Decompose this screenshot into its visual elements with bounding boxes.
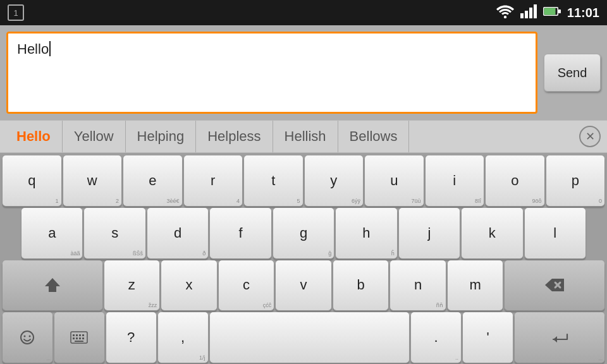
svg-rect-3 <box>529 8 532 18</box>
suggestion-helping[interactable]: Helping <box>126 121 197 152</box>
key-d[interactable]: dð <box>147 208 208 258</box>
key-row-1: q1 w2 e3èé€ r4 t5 y6ýÿ u7üù i8ïî o9öô p0 <box>3 155 604 206</box>
key-q[interactable]: q1 <box>3 155 61 206</box>
key-m[interactable]: m <box>448 260 503 311</box>
key-x[interactable]: x <box>161 260 217 311</box>
suggestions-bar: Hello Yellow Helping Helpless Hellish Be… <box>0 120 607 153</box>
emoji-key[interactable]: ... <box>3 312 52 363</box>
suggestion-delete-button[interactable]: ✕ <box>578 124 602 149</box>
text-cursor <box>49 41 51 56</box>
key-p[interactable]: p0 <box>546 155 605 206</box>
key-i[interactable]: i8ïî <box>426 155 484 206</box>
key-y[interactable]: y6ýÿ <box>305 155 364 206</box>
shift-icon <box>44 276 61 294</box>
svg-marker-9 <box>45 278 60 292</box>
space-key[interactable] <box>210 312 410 363</box>
key-g[interactable]: gĝ <box>273 208 334 258</box>
text-input-field[interactable]: Hello <box>6 32 537 114</box>
status-right: 11:01 <box>496 4 599 21</box>
battery-icon <box>543 6 561 20</box>
svg-rect-8 <box>558 9 561 13</box>
suggestion-hellish[interactable]: Hellish <box>273 121 338 152</box>
key-t[interactable]: t5 <box>244 155 303 206</box>
backspace-icon <box>544 278 565 292</box>
svg-rect-16 <box>73 334 75 336</box>
key-u[interactable]: u7üù <box>365 155 424 206</box>
send-button[interactable]: Send <box>544 54 601 92</box>
key-f[interactable]: f <box>210 208 271 258</box>
suggestion-yellow[interactable]: Yellow <box>63 121 126 152</box>
suggestion-helpless[interactable]: Helpless <box>196 121 273 152</box>
key-row-2: aàäã sßŠš dð f gĝ hĥ j k l <box>3 208 604 258</box>
svg-rect-20 <box>73 337 75 339</box>
emoji-icon <box>19 329 35 346</box>
key-n[interactable]: nñn̈ <box>390 260 446 311</box>
key-row-4: ... ? , 1/j . .. ' <box>3 312 604 363</box>
keyboard-icon <box>70 331 88 344</box>
key-row-3: zžzz x cçćĉ v b nñn̈ m <box>3 260 604 311</box>
svg-rect-1 <box>520 13 524 18</box>
input-area: Hello Send <box>0 25 607 120</box>
status-left: 1 <box>8 4 24 21</box>
svg-rect-4 <box>534 4 537 18</box>
key-b[interactable]: b <box>333 260 389 311</box>
enter-icon <box>549 331 570 344</box>
key-period[interactable]: . .. <box>411 312 461 363</box>
key-c[interactable]: cçćĉ <box>219 260 274 311</box>
svg-rect-23 <box>82 337 84 339</box>
keyboard-switch-key[interactable] <box>54 312 104 363</box>
key-w[interactable]: w2 <box>63 155 122 206</box>
svg-point-0 <box>504 16 506 18</box>
svg-point-14 <box>29 336 31 337</box>
enter-key[interactable]: ... <box>515 312 604 363</box>
wifi-icon <box>496 4 514 21</box>
svg-rect-22 <box>79 337 81 339</box>
key-comma[interactable]: , 1/j <box>158 312 208 363</box>
keyboard: q1 w2 e3èé€ r4 t5 y6ýÿ u7üù i8ïî o9öô p0… <box>0 153 607 364</box>
input-text: Hello <box>17 41 49 58</box>
notification-icon: 1 <box>8 4 24 21</box>
key-o[interactable]: o9öô <box>486 155 544 206</box>
key-v[interactable]: v <box>276 260 331 311</box>
key-j[interactable]: j <box>399 208 460 258</box>
signal-icon <box>520 4 537 21</box>
key-apostrophe[interactable]: ' <box>463 312 513 363</box>
key-k[interactable]: k <box>462 208 522 258</box>
svg-rect-17 <box>76 334 78 336</box>
backspace-key[interactable] <box>505 260 604 311</box>
svg-rect-24 <box>75 341 83 342</box>
svg-rect-19 <box>82 334 84 336</box>
svg-rect-18 <box>79 334 81 336</box>
key-question[interactable]: ? <box>106 312 156 363</box>
status-bar: 1 <box>0 0 607 25</box>
svg-point-12 <box>21 331 34 344</box>
key-e[interactable]: e3èé€ <box>123 155 182 206</box>
suggestion-hello[interactable]: Hello <box>5 121 63 152</box>
key-l[interactable]: l <box>525 208 586 258</box>
delete-circle-icon: ✕ <box>579 126 601 147</box>
key-s[interactable]: sßŠš <box>84 208 145 258</box>
status-time: 11:01 <box>567 6 599 20</box>
key-z[interactable]: zžzz <box>104 260 160 311</box>
svg-point-13 <box>24 336 26 337</box>
shift-key[interactable] <box>3 260 102 311</box>
svg-rect-2 <box>525 11 528 18</box>
key-h[interactable]: hĥ <box>336 208 396 258</box>
key-a[interactable]: aàäã <box>21 208 82 258</box>
key-r[interactable]: r4 <box>184 155 243 206</box>
notification-number: 1 <box>13 8 18 18</box>
svg-rect-7 <box>544 8 555 15</box>
suggestion-bellows[interactable]: Bellows <box>338 121 410 152</box>
svg-rect-21 <box>76 337 78 339</box>
